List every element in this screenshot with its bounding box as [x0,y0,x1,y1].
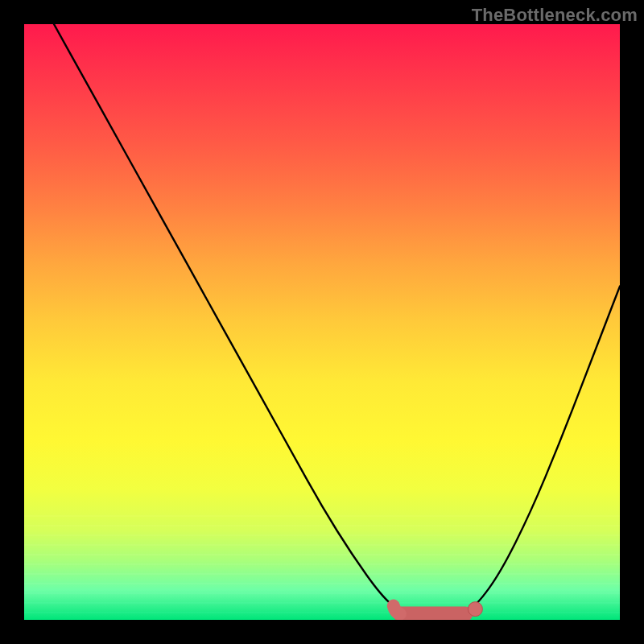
credit-text: TheBottleneck.com [472,5,638,26]
chart-frame: TheBottleneck.com [0,0,644,644]
plot-area [24,24,620,620]
bottleneck-curve [54,24,620,615]
chart-svg [24,24,620,620]
svg-point-2 [468,602,482,617]
optimal-range-marker [394,602,483,617]
